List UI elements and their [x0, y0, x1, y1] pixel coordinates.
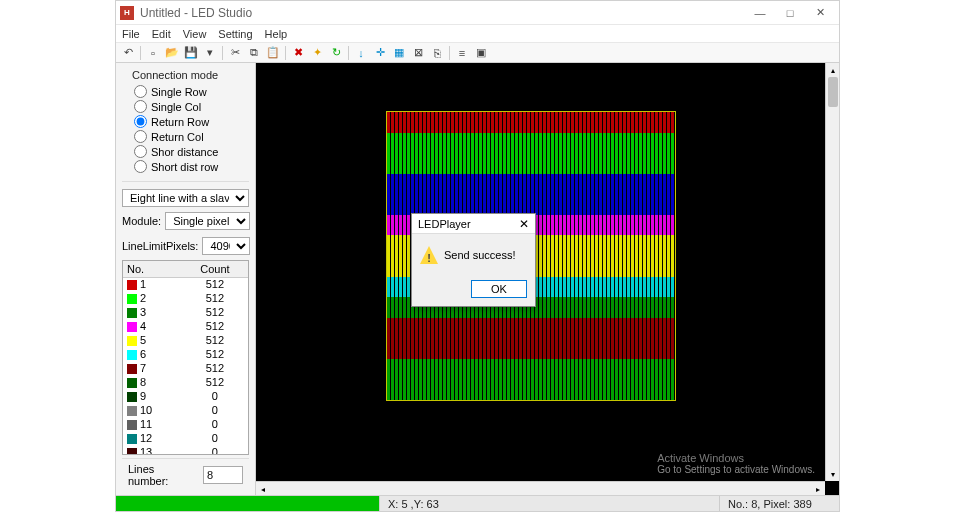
table-row[interactable]: 2512 — [123, 291, 248, 305]
table-row[interactable]: 4512 — [123, 319, 248, 333]
send-icon[interactable]: ↓ — [353, 45, 369, 61]
scroll-thumb[interactable] — [828, 77, 838, 107]
table-row[interactable]: 3512 — [123, 305, 248, 319]
module-select[interactable]: Single pixel — [165, 212, 250, 230]
vertical-scrollbar[interactable]: ▴ ▾ — [825, 63, 839, 481]
menu-file[interactable]: File — [122, 28, 140, 40]
horizontal-scrollbar[interactable]: ◂ ▸ — [256, 481, 825, 495]
connection-mode-radio[interactable]: Return Col — [134, 130, 249, 143]
radio-input[interactable] — [134, 160, 147, 173]
ok-button[interactable]: OK — [471, 280, 527, 298]
grid-icon[interactable]: ▦ — [391, 45, 407, 61]
save-icon[interactable]: 💾 — [183, 45, 199, 61]
canvas-area[interactable]: LEDPlayer ✕ ! Send success! OK Activate … — [256, 63, 839, 495]
radio-label: Return Row — [151, 116, 209, 128]
table-row[interactable]: 110 — [123, 417, 248, 431]
delete-icon[interactable]: ✖ — [290, 45, 306, 61]
color-swatch — [127, 364, 137, 374]
dialog-close-icon[interactable]: ✕ — [519, 217, 529, 231]
col-count: Count — [182, 261, 248, 278]
table-row[interactable]: 90 — [123, 389, 248, 403]
pixel-table[interactable]: No. Count 151225123512451255126512751285… — [122, 260, 249, 455]
cut-icon[interactable]: ✂ — [227, 45, 243, 61]
crosshair-icon[interactable]: ✛ — [372, 45, 388, 61]
radio-label: Single Col — [151, 101, 201, 113]
color-swatch — [127, 392, 137, 402]
toolbar-separator — [222, 46, 223, 60]
copy-icon[interactable]: ⧉ — [246, 45, 262, 61]
radio-input[interactable] — [134, 145, 147, 158]
toolbar-separator — [449, 46, 450, 60]
connection-mode-radio[interactable]: Single Col — [134, 100, 249, 113]
activate-windows-watermark: Activate Windows Go to Settings to activ… — [657, 452, 815, 475]
connection-mode-title: Connection mode — [132, 69, 249, 81]
scroll-up-arrow-icon[interactable]: ▴ — [826, 63, 839, 77]
close-button[interactable]: ✕ — [805, 3, 835, 23]
refresh-icon[interactable]: ↻ — [328, 45, 344, 61]
box-x-icon[interactable]: ⊠ — [410, 45, 426, 61]
export-icon[interactable]: ▣ — [473, 45, 489, 61]
color-swatch — [127, 336, 137, 346]
connection-mode-radio[interactable]: Return Row — [134, 115, 249, 128]
table-row[interactable]: 1512 — [123, 277, 248, 291]
radio-label: Shor distance — [151, 146, 218, 158]
color-swatch — [127, 350, 137, 360]
connection-mode-radio[interactable]: Single Row — [134, 85, 249, 98]
titlebar[interactable]: H Untitled - LED Studio — □ ✕ — [116, 1, 839, 25]
table-row[interactable]: 120 — [123, 431, 248, 445]
menu-help[interactable]: Help — [265, 28, 288, 40]
toolbar-separator — [348, 46, 349, 60]
color-swatch — [127, 448, 137, 455]
open-icon[interactable]: 📂 — [164, 45, 180, 61]
lines-number-label: Lines number: — [128, 463, 197, 487]
color-swatch — [127, 322, 137, 332]
radio-input[interactable] — [134, 100, 147, 113]
led-band — [387, 338, 675, 359]
radio-input[interactable] — [134, 130, 147, 143]
status-pixel: No.: 8, Pixel: 389 — [719, 496, 839, 511]
led-band — [387, 380, 675, 401]
toolbar-separator — [140, 46, 141, 60]
table-row[interactable]: 130 — [123, 445, 248, 455]
new-icon[interactable]: ▫ — [145, 45, 161, 61]
menu-view[interactable]: View — [183, 28, 207, 40]
scroll-down-arrow-icon[interactable]: ▾ — [826, 467, 839, 481]
line-mode-select[interactable]: Eight line with a slave — [122, 189, 249, 207]
scroll-right-arrow-icon[interactable]: ▸ — [811, 482, 825, 495]
col-no: No. — [123, 261, 182, 278]
menu-edit[interactable]: Edit — [152, 28, 171, 40]
table-row[interactable]: 5512 — [123, 333, 248, 347]
image-icon[interactable]: ≡ — [454, 45, 470, 61]
radio-input[interactable] — [134, 115, 147, 128]
scroll-left-arrow-icon[interactable]: ◂ — [256, 482, 270, 495]
connection-mode-radio[interactable]: Shor distance — [134, 145, 249, 158]
status-coords: X: 5 ,Y: 63 — [379, 496, 719, 511]
lines-number-row: Lines number: — [122, 458, 249, 491]
table-row[interactable]: 100 — [123, 403, 248, 417]
color-swatch — [127, 434, 137, 444]
body: Connection mode Single RowSingle ColRetu… — [116, 63, 839, 495]
table-row[interactable]: 8512 — [123, 375, 248, 389]
undo-icon[interactable]: ↶ — [120, 45, 136, 61]
dropdown-icon[interactable]: ▾ — [202, 45, 218, 61]
warning-icon: ! — [420, 246, 438, 264]
maximize-button[interactable]: □ — [775, 3, 805, 23]
star-icon[interactable]: ✦ — [309, 45, 325, 61]
radio-input[interactable] — [134, 85, 147, 98]
lines-number-input[interactable] — [203, 466, 243, 484]
connection-mode-radio[interactable]: Short dist row — [134, 160, 249, 173]
table-row[interactable]: 7512 — [123, 361, 248, 375]
text-icon[interactable]: ⎘ — [429, 45, 445, 61]
table-row[interactable]: 6512 — [123, 347, 248, 361]
menu-setting[interactable]: Setting — [218, 28, 252, 40]
led-band — [387, 318, 675, 339]
color-swatch — [127, 378, 137, 388]
paste-icon[interactable]: 📋 — [265, 45, 281, 61]
toolbar-separator — [285, 46, 286, 60]
linelimit-select[interactable]: 4096 — [202, 237, 250, 255]
statusbar: X: 5 ,Y: 63 No.: 8, Pixel: 389 — [116, 495, 839, 511]
minimize-button[interactable]: — — [745, 3, 775, 23]
led-band — [387, 112, 675, 133]
linelimit-label: LineLimitPixels: — [122, 240, 198, 252]
color-swatch — [127, 294, 137, 304]
